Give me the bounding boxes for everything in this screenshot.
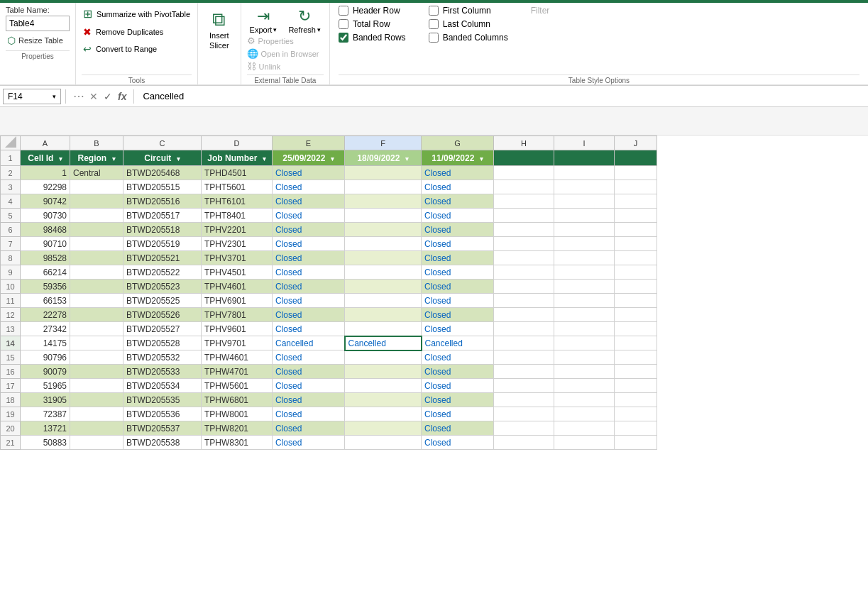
- table-row[interactable]: 1414175BTWD205528TPHV9701CancelledCancel…: [1, 336, 657, 350]
- open-browser-icon: 🌐: [247, 48, 258, 59]
- last-column-checkbox[interactable]: [429, 19, 439, 29]
- formula-confirm-icon[interactable]: ✓: [104, 91, 112, 102]
- properties-button[interactable]: ⚙ Properties: [247, 35, 324, 46]
- row-number: 11: [1, 294, 21, 308]
- col-header-f[interactable]: F: [345, 136, 422, 150]
- convert-range-button[interactable]: ↩ Convert to Range: [82, 42, 192, 56]
- table-row[interactable]: 898528BTWD205521TPHV3701ClosedClosed: [1, 251, 657, 265]
- filter-label: Filter: [531, 6, 550, 16]
- banded-rows-checkbox[interactable]: [339, 33, 348, 43]
- table-row[interactable]: 1059356BTWD205523TPHV4601ClosedClosed: [1, 280, 657, 294]
- refresh-button[interactable]: ↻ Refresh ▾: [285, 6, 324, 35]
- export-button[interactable]: ⇥ Export ▾: [247, 6, 280, 35]
- table-row[interactable]: 1831905BTWD205535TPHW6801ClosedClosed: [1, 393, 657, 407]
- tools-group-label: Tools: [82, 74, 192, 84]
- row-number: 20: [1, 421, 21, 436]
- table-row[interactable]: 1690079BTWD205533TPHW4701ClosedClosed: [1, 365, 657, 379]
- col-header-b[interactable]: B: [70, 136, 123, 150]
- last-column-checkbox-label[interactable]: Last Column: [429, 19, 508, 29]
- table-row[interactable]: 698468BTWD205518TPHV2201ClosedClosed: [1, 223, 657, 237]
- export-icon: ⇥: [257, 7, 270, 26]
- pivot-table-icon: ⊞: [83, 7, 92, 21]
- banded-columns-checkbox-label[interactable]: Banded Columns: [429, 33, 508, 43]
- spreadsheet-container: A B C D E F G H I J 1Cell Id ▾Region ▾Ci…: [0, 136, 868, 596]
- style-options-group-label: Table Style Options: [339, 74, 859, 84]
- table-row[interactable]: 21CentralBTWD205468TPHD4501ClosedClosed: [1, 166, 657, 180]
- table-row[interactable]: 790710BTWD205519TPHV2301ClosedClosed: [1, 237, 657, 251]
- formula-bar-icons: ⋯ ✕ ✓ fx: [69, 89, 131, 103]
- row-number: 18: [1, 393, 21, 407]
- table-row[interactable]: 1222278BTWD205526TPHV7801ClosedClosed: [1, 308, 657, 322]
- col-header-j[interactable]: J: [615, 136, 657, 150]
- formula-cancel-icon[interactable]: ✕: [89, 91, 98, 102]
- data-header-row: 1Cell Id ▾Region ▾Circuit ▾Job Number ▾2…: [1, 150, 657, 166]
- row-number: 2: [1, 166, 21, 180]
- resize-table-button[interactable]: ⬡ Resize Table: [6, 33, 70, 48]
- table-name-input[interactable]: [6, 16, 70, 31]
- header-row-checkbox-label[interactable]: Header Row: [339, 6, 406, 16]
- col-header-g[interactable]: G: [422, 136, 494, 150]
- table-row[interactable]: 392298BTWD205515TPHT5601ClosedClosed: [1, 180, 657, 194]
- row-number: 14: [1, 336, 21, 350]
- cell-ref-dropdown-icon[interactable]: ▾: [53, 93, 56, 100]
- col-header-h[interactable]: H: [494, 136, 554, 150]
- header-row-checkbox[interactable]: [339, 6, 348, 16]
- row-number: 17: [1, 379, 21, 393]
- resize-table-icon: ⬡: [7, 35, 16, 46]
- row-number: 19: [1, 407, 21, 421]
- unlink-button[interactable]: ⛓ Unlink: [247, 61, 324, 72]
- col-header-a[interactable]: A: [21, 136, 70, 150]
- first-column-checkbox-label[interactable]: First Column: [429, 6, 508, 16]
- convert-range-icon: ↩: [83, 43, 92, 55]
- table-row[interactable]: 1972387BTWD205536TPHW8001ClosedClosed: [1, 407, 657, 421]
- row-number: 3: [1, 180, 21, 194]
- table-row[interactable]: 1590796BTWD205532TPHW4601ClosedClosed: [1, 350, 657, 365]
- unlink-icon: ⛓: [247, 61, 256, 72]
- row-number: 7: [1, 237, 21, 251]
- properties-icon: ⚙: [247, 35, 256, 46]
- row-number: 10: [1, 280, 21, 294]
- refresh-icon: ↻: [298, 7, 311, 26]
- col-header-d[interactable]: D: [202, 136, 273, 150]
- col-header-c[interactable]: C: [123, 136, 202, 150]
- table-row[interactable]: 1166153BTWD205525TPHV6901ClosedClosed: [1, 294, 657, 308]
- table-name-label: Table Name:: [6, 6, 70, 14]
- properties-group-label: Properties: [6, 50, 70, 60]
- banded-columns-checkbox[interactable]: [429, 33, 439, 43]
- formula-content: Cancelled: [137, 91, 865, 101]
- svg-marker-0: [5, 136, 16, 148]
- remove-duplicates-button[interactable]: ✖ Remove Duplicates: [82, 25, 192, 39]
- table-row[interactable]: 1327342BTWD205527TPHV9601ClosedClosed: [1, 322, 657, 336]
- row-number: 6: [1, 223, 21, 237]
- row-number: 13: [1, 322, 21, 336]
- formula-dots-icon: ⋯: [73, 89, 84, 103]
- table-row[interactable]: 590730BTWD205517TPHT8401ClosedClosed: [1, 209, 657, 223]
- table-row[interactable]: 2013721BTWD205537TPHW8201ClosedClosed: [1, 421, 657, 436]
- total-row-checkbox-label[interactable]: Total Row: [339, 19, 406, 29]
- row-number: 15: [1, 350, 21, 365]
- insert-slicer-button[interactable]: ⧉ Insert Slicer: [204, 6, 235, 54]
- row-number: 8: [1, 251, 21, 265]
- external-data-group-label: External Table Data: [247, 74, 324, 84]
- summarize-pivot-button[interactable]: ⊞ Summarize with PivotTable: [82, 6, 192, 22]
- slicer-icon: ⧉: [212, 9, 226, 31]
- table-row[interactable]: 490742BTWD205516TPHT6101ClosedClosed: [1, 194, 657, 209]
- table-row[interactable]: 2150883BTWD205538TPHW8301ClosedClosed: [1, 436, 657, 450]
- table-row[interactable]: 1751965BTWD205534TPHW5601ClosedClosed: [1, 379, 657, 393]
- formula-fx-icon[interactable]: fx: [118, 91, 126, 102]
- refresh-chevron-icon: ▾: [317, 26, 321, 33]
- row-number: 4: [1, 194, 21, 209]
- open-browser-button[interactable]: 🌐 Open in Browser: [247, 48, 324, 59]
- banded-rows-checkbox-label[interactable]: Banded Rows: [339, 33, 406, 43]
- export-chevron-icon: ▾: [273, 26, 277, 33]
- col-header-e[interactable]: E: [273, 136, 345, 150]
- row-number: 12: [1, 308, 21, 322]
- corner-cell: [1, 136, 21, 150]
- first-column-checkbox[interactable]: [429, 6, 439, 16]
- col-header-i[interactable]: I: [554, 136, 615, 150]
- row-number: 9: [1, 265, 21, 280]
- remove-duplicates-icon: ✖: [83, 26, 92, 38]
- table-row[interactable]: 966214BTWD205522TPHV4501ClosedClosed: [1, 265, 657, 280]
- cell-reference-box[interactable]: F14 ▾: [3, 89, 61, 104]
- total-row-checkbox[interactable]: [339, 19, 348, 29]
